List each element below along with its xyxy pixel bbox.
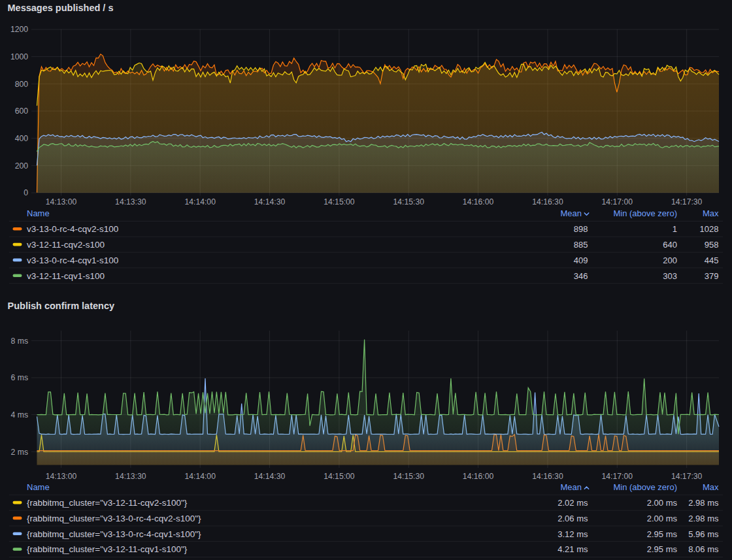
svg-text:898: 898: [574, 224, 588, 234]
svg-text:14:13:00: 14:13:00: [46, 197, 77, 206]
svg-text:200: 200: [15, 161, 29, 171]
svg-text:379: 379: [705, 271, 719, 281]
svg-text:1: 1: [673, 224, 677, 234]
svg-text:14:15:30: 14:15:30: [393, 472, 425, 481]
svg-text:2 ms: 2 ms: [11, 448, 28, 457]
svg-text:346: 346: [574, 271, 588, 281]
svg-text:14:16:00: 14:16:00: [463, 197, 494, 206]
svg-text:1028: 1028: [700, 224, 719, 234]
svg-text:Messages published / s: Messages published / s: [8, 3, 114, 13]
svg-text:800: 800: [15, 80, 29, 89]
svg-text:{rabbitmq_cluster="v3-12-11-cq: {rabbitmq_cluster="v3-12-11-cqv2-s100"}: [27, 498, 188, 508]
svg-text:14:16:30: 14:16:30: [532, 472, 563, 481]
svg-text:14:13:00: 14:13:00: [46, 472, 77, 481]
svg-text:4.21 ms: 4.21 ms: [557, 544, 588, 554]
svg-text:14:14:00: 14:14:00: [184, 197, 216, 206]
svg-text:3.12 ms: 3.12 ms: [557, 529, 588, 539]
svg-text:14:15:30: 14:15:30: [393, 197, 425, 206]
svg-text:14:16:00: 14:16:00: [463, 472, 494, 481]
svg-text:Mean: Mean: [560, 482, 582, 492]
svg-text:409: 409: [574, 255, 588, 265]
svg-text:1200: 1200: [10, 25, 28, 34]
svg-text:Min (above zero): Min (above zero): [613, 482, 677, 492]
svg-text:5.96 ms: 5.96 ms: [688, 529, 719, 539]
svg-text:Max: Max: [703, 208, 719, 218]
svg-text:v3-13-0-rc-4-cqv2-s100: v3-13-0-rc-4-cqv2-s100: [27, 224, 118, 234]
svg-text:958: 958: [705, 240, 719, 250]
svg-text:640: 640: [663, 240, 677, 250]
svg-text:2.06 ms: 2.06 ms: [557, 514, 588, 523]
svg-text:Max: Max: [703, 482, 719, 492]
svg-text:Min (above zero): Min (above zero): [613, 208, 677, 218]
svg-text:Name: Name: [27, 482, 50, 492]
svg-text:4 ms: 4 ms: [11, 410, 28, 420]
svg-text:6 ms: 6 ms: [11, 373, 28, 382]
svg-text:v3-13-0-rc-4-cqv1-s100: v3-13-0-rc-4-cqv1-s100: [27, 255, 118, 265]
svg-text:885: 885: [574, 240, 588, 250]
svg-text:303: 303: [663, 271, 677, 281]
svg-text:445: 445: [705, 255, 719, 265]
svg-text:14:16:30: 14:16:30: [532, 197, 563, 206]
svg-text:Name: Name: [27, 208, 50, 218]
svg-text:8.06 ms: 8.06 ms: [688, 544, 719, 554]
svg-text:Mean: Mean: [560, 208, 582, 218]
svg-text:2.00 ms: 2.00 ms: [647, 498, 678, 508]
svg-text:14:14:30: 14:14:30: [254, 197, 286, 206]
svg-text:200: 200: [663, 255, 677, 265]
svg-text:{rabbitmq_cluster="v3-13-0-rc-: {rabbitmq_cluster="v3-13-0-rc-4-cqv1-s10…: [27, 529, 201, 539]
svg-text:14:14:30: 14:14:30: [254, 472, 286, 481]
svg-text:14:15:00: 14:15:00: [324, 472, 355, 481]
svg-text:14:13:30: 14:13:30: [115, 197, 146, 206]
svg-text:14:17:30: 14:17:30: [671, 472, 703, 481]
svg-text:2.02 ms: 2.02 ms: [557, 498, 588, 508]
svg-text:14:17:00: 14:17:00: [602, 472, 633, 481]
svg-text:14:17:30: 14:17:30: [671, 197, 703, 206]
svg-text:14:15:00: 14:15:00: [324, 197, 355, 206]
svg-text:v3-12-11-cqv2-s100: v3-12-11-cqv2-s100: [27, 240, 105, 250]
svg-text:{rabbitmq_cluster="v3-13-0-rc-: {rabbitmq_cluster="v3-13-0-rc-4-cqv2-s10…: [27, 514, 201, 523]
svg-text:14:14:00: 14:14:00: [184, 472, 216, 481]
svg-text:14:17:00: 14:17:00: [602, 197, 633, 206]
svg-text:2.95 ms: 2.95 ms: [647, 544, 678, 554]
svg-text:2.95 ms: 2.95 ms: [647, 529, 678, 539]
svg-text:{rabbitmq_cluster="v3-12-11-cq: {rabbitmq_cluster="v3-12-11-cqv1-s100"}: [27, 544, 188, 554]
svg-text:v3-12-11-cqv1-s100: v3-12-11-cqv1-s100: [27, 271, 105, 281]
svg-text:600: 600: [15, 107, 29, 116]
svg-text:14:13:30: 14:13:30: [115, 472, 146, 481]
svg-text:1000: 1000: [10, 52, 28, 61]
svg-text:0: 0: [24, 188, 28, 197]
svg-text:2.98 ms: 2.98 ms: [688, 514, 719, 523]
svg-text:Publish confirm latency: Publish confirm latency: [8, 301, 115, 311]
svg-text:2.00 ms: 2.00 ms: [647, 514, 678, 523]
svg-text:2.98 ms: 2.98 ms: [688, 498, 719, 508]
svg-text:8 ms: 8 ms: [11, 337, 28, 346]
svg-text:400: 400: [15, 134, 29, 143]
